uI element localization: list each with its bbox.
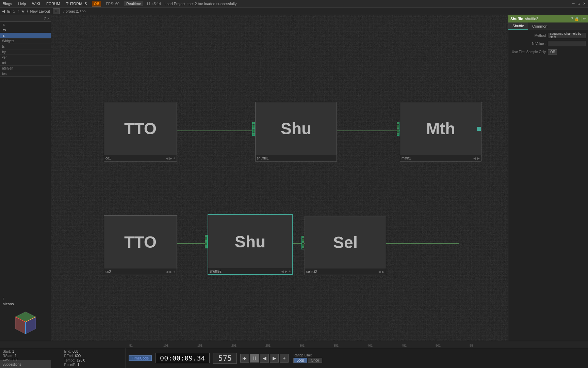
- transport-pause-button[interactable]: ⏸: [250, 354, 259, 363]
- maximize-button[interactable]: □: [576, 1, 581, 6]
- panel-tab-common[interactable]: Common: [528, 22, 552, 30]
- sidebar-item-r[interactable]: r: [0, 296, 51, 301]
- ruler-mark-551: 55: [470, 344, 473, 347]
- menu-bar: Blogs Help WIKI FORUM TUTORIALS OI! FPS:…: [0, 0, 588, 7]
- node-canvas[interactable]: TTO co1 ◀ ▶ +: [51, 15, 508, 341]
- info-rstart: RStart: 1: [3, 354, 62, 358]
- nav-home-icon[interactable]: ⌂: [12, 8, 16, 14]
- sidebar-close-icon[interactable]: ×: [47, 16, 49, 20]
- info-start-val[interactable]: 1: [12, 350, 14, 353]
- range-buttons: Loop Once: [293, 358, 322, 363]
- node-shuffle1-body: Shu: [256, 102, 337, 155]
- node-shuffle1-label: Shu: [281, 119, 312, 138]
- node-shuffle1-inputs: [251, 102, 256, 155]
- menu-tutorials[interactable]: TUTORIALS: [65, 2, 88, 6]
- timeline-section: 51 101 151 201 251 301 351 401 451 501 5…: [0, 341, 588, 368]
- param-nvalue-value[interactable]: [548, 41, 586, 46]
- close-button[interactable]: ✕: [582, 1, 587, 6]
- node-select2-body: Sel: [305, 216, 386, 269]
- info-end-val[interactable]: 600: [72, 350, 78, 353]
- menu-wiki[interactable]: WIKI: [31, 2, 42, 6]
- sidebar-section-try-label: try: [0, 49, 51, 55]
- param-nvalue-label: N Value :: [510, 42, 548, 46]
- ruler-mark-501: 501: [436, 344, 441, 347]
- ruler-marks: 51 101 151 201 251 301 351 401 451 501 5…: [126, 341, 588, 348]
- nav-layout-icon[interactable]: ⊞: [6, 8, 11, 14]
- nav-slash: /: [26, 8, 29, 14]
- node-tto1-body: TTO: [104, 102, 177, 155]
- panel-icon-lock[interactable]: 🔒: [574, 17, 579, 21]
- toggle-off-button[interactable]: Off: [548, 49, 557, 55]
- add-layout-button[interactable]: +: [53, 8, 60, 14]
- node-tto2[interactable]: TTO co2 ◀ ▶ +: [104, 215, 177, 275]
- transport-step-forward-button[interactable]: ▶: [270, 354, 279, 363]
- realtime-button[interactable]: Realtime: [124, 1, 143, 6]
- ruler-mark-201: 201: [231, 344, 236, 347]
- nav-star-icon[interactable]: ★: [20, 8, 26, 14]
- nav-up-icon[interactable]: ↑: [16, 8, 20, 14]
- sidebar-help-icon[interactable]: ?: [44, 16, 46, 20]
- range-once-button[interactable]: Once: [308, 358, 322, 363]
- panel-icon-1[interactable]: ?: [571, 17, 573, 21]
- sidebar-preview: [0, 307, 51, 341]
- panel-content: Method Sequence Channels by Nam N Value …: [508, 30, 588, 341]
- node-select2[interactable]: Sel select2 ◀ ▶: [305, 216, 386, 275]
- node-math1-label: Mth: [426, 119, 455, 138]
- transport-add-button[interactable]: +: [280, 354, 289, 363]
- panel-title-type: Shuffle: [510, 17, 523, 21]
- sidebar-item-s1[interactable]: s: [0, 22, 51, 27]
- sidebar-section-tes-label: tes: [0, 71, 51, 76]
- node-tto1[interactable]: TTO co1 ◀ ▶ +: [104, 102, 177, 162]
- node-shuffle1[interactable]: Shu shuffle1: [255, 102, 337, 162]
- minimize-button[interactable]: ─: [571, 1, 576, 6]
- breadcrumb: / project1 / >>: [64, 9, 86, 13]
- info-resetf-val[interactable]: 1: [78, 363, 80, 367]
- menu-forum[interactable]: FORUM: [45, 2, 61, 6]
- transport-rewind-button[interactable]: ⏮: [240, 354, 249, 363]
- ruler-mark-151: 151: [197, 344, 202, 347]
- transport-controls: TimeCode 00:00:09.34 575 ⏮ ⏸ ◀ ▶ + Range…: [126, 353, 325, 364]
- info-end-label: End:: [64, 350, 71, 353]
- sidebar-section-tes: tes: [0, 71, 51, 77]
- ruler-mark-251: 251: [265, 344, 271, 347]
- info-rstart-label: RStart:: [3, 354, 13, 358]
- node-math1-inputs: [396, 102, 400, 155]
- status-text: Load Project .toe: 2.toe loaded successf…: [164, 2, 568, 6]
- info-rstart-val[interactable]: 1: [15, 354, 17, 358]
- range-loop-button[interactable]: Loop: [293, 358, 307, 363]
- oi-button[interactable]: OI!: [92, 1, 101, 7]
- sidebar-section-ts-label: ts: [0, 44, 51, 49]
- node-select2-footer: select2 ◀ ▶: [305, 269, 386, 275]
- nav-back-icon[interactable]: ◀: [1, 8, 6, 14]
- timeline-controls: Start: 1 End: 600 RStart: 1 REnd: 600 FP…: [0, 348, 588, 368]
- info-rend-val[interactable]: 600: [75, 354, 81, 358]
- port-bar-select2: [301, 236, 304, 249]
- param-row-nvalue: N Value :: [510, 40, 586, 47]
- sidebar-section-ts: ts: [0, 44, 51, 49]
- panel-search-field[interactable]: |: [581, 17, 582, 21]
- timecode-mode-button[interactable]: TimeCode: [129, 355, 152, 361]
- port-bar-shuffle2: [205, 235, 208, 248]
- range-limit: Range Limit Loop Once: [293, 353, 322, 363]
- info-start: Start: 1: [3, 350, 62, 353]
- menu-help[interactable]: Help: [17, 2, 28, 6]
- panel-tab-shuffle[interactable]: Shuffle: [508, 22, 528, 30]
- menu-blogs[interactable]: Blogs: [1, 2, 14, 6]
- ruler-mark-351: 351: [333, 344, 339, 347]
- info-end: End: 600: [64, 350, 123, 353]
- sidebar-section-ategen-label: ateGen: [0, 66, 51, 71]
- timeline-ruler: 51 101 151 201 251 301 351 401 451 501 5…: [0, 341, 588, 348]
- transport-step-back-button[interactable]: ◀: [260, 354, 269, 363]
- sidebar-section-widgets: Widgets: [0, 39, 51, 44]
- node-shuffle2[interactable]: Shu shuffle2 ◀ ▶ +: [208, 214, 293, 275]
- panel-icon-edit[interactable]: ✏: [583, 17, 586, 21]
- node-math1[interactable]: Mth math1 ◀ ▶: [400, 102, 481, 162]
- sidebar-item-s2[interactable]: s: [0, 33, 51, 38]
- sidebar-item-nicons[interactable]: nIcons: [0, 301, 51, 307]
- sidebar-section-0: s rs s: [0, 22, 51, 39]
- info-rend: REnd: 600: [64, 354, 123, 358]
- info-tempo-val[interactable]: 120.0: [77, 358, 85, 362]
- node-math1-footer: math1 ◀ ▶: [400, 155, 481, 161]
- param-method-value[interactable]: Sequence Channels by Nam: [548, 33, 586, 38]
- sidebar-item-rs[interactable]: rs: [0, 27, 51, 33]
